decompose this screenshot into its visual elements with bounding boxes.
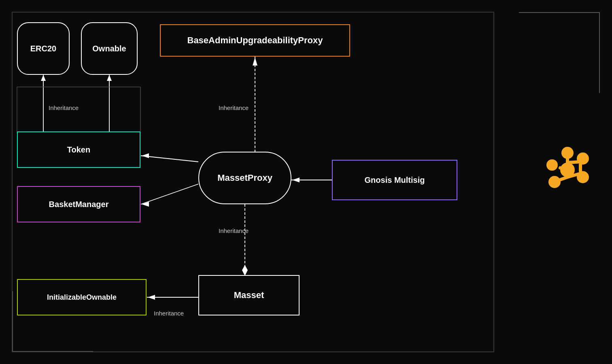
base-admin-label: BaseAdminUpgradeabilityProxy (187, 35, 323, 46)
diagram-container: ERC20 Ownable BaseAdminUpgradeabilityPro… (0, 0, 612, 364)
gnosis-label: Gnosis Multisig (365, 176, 425, 185)
inheritance-label-1: Inheritance (49, 104, 79, 111)
basket-manager-label: BasketManager (49, 200, 109, 209)
svg-line-8 (141, 184, 198, 204)
ownable-label: Ownable (92, 44, 126, 53)
inheritance-label-3: Inheritance (219, 227, 249, 234)
svg-rect-5 (17, 87, 140, 133)
svg-marker-2 (41, 75, 46, 81)
svg-point-22 (548, 176, 561, 188)
svg-marker-13 (242, 265, 248, 276)
masset-label: Masset (234, 290, 264, 301)
node-erc20: ERC20 (17, 22, 70, 75)
node-masset: Masset (198, 275, 300, 315)
mstable-logo (535, 138, 600, 202)
erc20-label: ERC20 (30, 44, 56, 53)
initializable-label: InitializableOwnable (47, 293, 117, 302)
node-basket-manager: BasketManager (17, 186, 140, 222)
svg-line-6 (141, 156, 198, 162)
svg-marker-11 (253, 57, 257, 66)
node-token: Token (17, 131, 140, 168)
inheritance-label-2: Inheritance (219, 104, 249, 111)
node-ownable: Ownable (81, 22, 138, 75)
token-label: Token (67, 145, 90, 154)
svg-marker-7 (142, 153, 149, 158)
svg-point-19 (561, 147, 574, 159)
node-base-admin: BaseAdminUpgradeabilityProxy (160, 24, 350, 57)
svg-line-28 (559, 177, 567, 180)
svg-line-25 (567, 162, 580, 163)
svg-marker-17 (148, 295, 155, 300)
node-initializable: InitializableOwnable (17, 279, 147, 315)
svg-line-29 (560, 168, 567, 170)
node-gnosis: Gnosis Multisig (332, 160, 457, 200)
node-masset-proxy: MassetProxy (198, 152, 291, 204)
masset-proxy-label: MassetProxy (217, 173, 272, 183)
svg-marker-4 (107, 75, 112, 81)
svg-marker-15 (292, 178, 300, 182)
inheritance-label-4: Inheritance (154, 310, 184, 317)
svg-point-23 (546, 159, 558, 171)
